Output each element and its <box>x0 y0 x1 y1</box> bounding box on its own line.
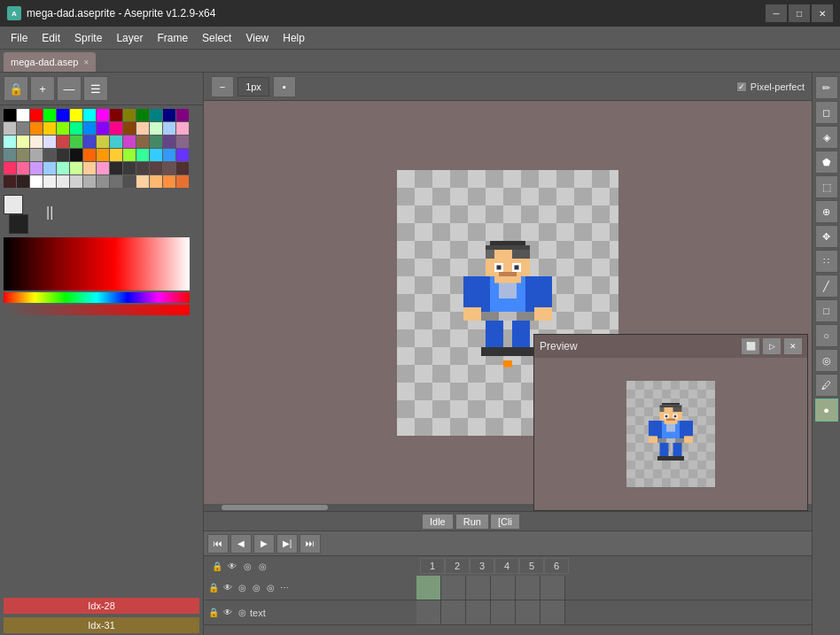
palette-cell-32[interactable] <box>57 136 69 148</box>
palette-cell-82[interactable] <box>163 175 175 188</box>
palette-cell-48[interactable] <box>83 149 96 161</box>
palette-cell-6[interactable] <box>83 109 96 121</box>
layer1-row-dot4[interactable]: ⋯ <box>278 582 291 594</box>
palette-cell-73[interactable] <box>43 175 56 188</box>
palette-cell-26[interactable] <box>163 122 175 135</box>
pixel-perfect-checkbox[interactable]: ✓ <box>736 81 747 92</box>
tab-close-icon[interactable]: × <box>83 58 89 67</box>
menu-edit[interactable]: Edit <box>35 28 67 48</box>
layer1-row-dot1[interactable]: ◎ <box>236 582 248 594</box>
palette-cell-61[interactable] <box>70 162 82 174</box>
tool-circle-button[interactable]: ○ <box>815 324 838 347</box>
palette-cell-10[interactable] <box>136 109 149 121</box>
palette-cell-19[interactable] <box>70 122 82 135</box>
palette-cell-34[interactable] <box>83 136 96 148</box>
palette-cell-67[interactable] <box>150 162 162 174</box>
tool-move-button[interactable]: ✥ <box>815 225 838 248</box>
palette-cell-75[interactable] <box>70 175 82 188</box>
palette-cell-81[interactable] <box>150 175 162 188</box>
frame-prev-button[interactable]: ◀ <box>230 534 252 554</box>
palette-cell-72[interactable] <box>30 175 43 188</box>
palette-cell-28[interactable] <box>4 136 16 148</box>
palette-cell-17[interactable] <box>43 122 56 135</box>
menu-view[interactable]: View <box>238 28 276 48</box>
palette-cell-30[interactable] <box>30 136 43 148</box>
frame-next-button[interactable]: ▶| <box>276 534 298 554</box>
palette-cell-18[interactable] <box>57 122 69 135</box>
frame-cell-2-3[interactable] <box>466 600 491 624</box>
frame-cell-1-3[interactable] <box>466 576 491 600</box>
frame-cell-2-2[interactable] <box>441 600 466 624</box>
tool-pencil-button[interactable]: ✏ <box>815 76 838 99</box>
palette-cell-41[interactable] <box>176 136 189 148</box>
palette-cell-7[interactable] <box>97 109 109 121</box>
palette-cell-21[interactable] <box>97 122 109 135</box>
tool-eyedrop-button[interactable]: ◈ <box>815 126 838 149</box>
palette-cell-64[interactable] <box>110 162 122 174</box>
palette-cell-42[interactable] <box>4 149 16 161</box>
hue-bar[interactable] <box>4 292 190 303</box>
palette-cell-59[interactable] <box>43 162 56 174</box>
palette-cell-24[interactable] <box>136 122 149 135</box>
frame-num-4[interactable]: 4 <box>494 558 519 574</box>
palette-menu-button[interactable]: ☰ <box>83 76 108 101</box>
frame-cell-1-1[interactable] <box>416 576 441 600</box>
tool-rect-button[interactable]: □ <box>815 299 838 322</box>
palette-cell-50[interactable] <box>110 149 122 161</box>
palette-cell-16[interactable] <box>30 122 43 135</box>
palette-cell-11[interactable] <box>150 109 162 121</box>
tool-spray-button[interactable]: ∷ <box>815 250 838 273</box>
palette-cell-52[interactable] <box>136 149 149 161</box>
tool-selection-button[interactable]: ⬚ <box>815 175 838 198</box>
alpha-bar[interactable] <box>4 305 190 315</box>
file-tab[interactable]: mega-dad.asep × <box>4 52 96 72</box>
palette-cell-25[interactable] <box>150 122 162 135</box>
named-color-idx31[interactable]: Idx-31 <box>4 617 199 633</box>
preview-close-button[interactable]: ✕ <box>784 338 802 354</box>
palette-cell-31[interactable] <box>43 136 56 148</box>
tool-blur-button[interactable]: ◎ <box>815 349 838 372</box>
frame-cell-1-5[interactable] <box>516 576 541 600</box>
frame-cell-1-4[interactable] <box>491 576 516 600</box>
palette-cell-27[interactable] <box>176 122 189 135</box>
frame-play-button[interactable]: ▶ <box>253 534 275 554</box>
palette-cell-13[interactable] <box>176 109 189 121</box>
palette-cell-37[interactable] <box>123 136 136 148</box>
tool-fill-button[interactable]: ⬟ <box>815 151 838 174</box>
palette-cell-29[interactable] <box>17 136 29 148</box>
palette-cell-60[interactable] <box>57 162 69 174</box>
layer1-row-lock[interactable]: 🔒 <box>207 582 220 594</box>
palette-cell-65[interactable] <box>123 162 136 174</box>
frame-cell-2-6[interactable] <box>541 600 565 624</box>
frame-num-6[interactable]: 6 <box>544 558 569 574</box>
frame-cell-2-1[interactable] <box>416 600 441 624</box>
palette-cell-66[interactable] <box>136 162 149 174</box>
menu-help[interactable]: Help <box>276 28 312 48</box>
palette-cell-69[interactable] <box>176 162 189 174</box>
tool-dark-button[interactable]: ● <box>815 399 838 422</box>
menu-sprite[interactable]: Sprite <box>67 28 109 48</box>
palette-cell-36[interactable] <box>110 136 122 148</box>
palette-cell-76[interactable] <box>83 175 96 188</box>
palette-cell-49[interactable] <box>97 149 109 161</box>
frame-num-2[interactable]: 2 <box>445 558 470 574</box>
palette-cell-47[interactable] <box>70 149 82 161</box>
palette-cell-57[interactable] <box>17 162 29 174</box>
palette-cell-74[interactable] <box>57 175 69 188</box>
layer1-row-dot3[interactable]: ◎ <box>264 582 276 594</box>
layer2-row-eye[interactable]: 👁 <box>222 607 234 619</box>
minimize-button[interactable]: ─ <box>766 4 787 22</box>
frame-cell-1-6[interactable] <box>541 576 565 600</box>
palette-cell-46[interactable] <box>57 149 69 161</box>
palette-cell-8[interactable] <box>110 109 122 121</box>
tool-contour-button[interactable]: 🖊 <box>815 374 838 397</box>
palette-cell-83[interactable] <box>176 175 189 188</box>
frame-num-5[interactable]: 5 <box>519 558 544 574</box>
maximize-button[interactable]: □ <box>789 4 810 22</box>
palette-cell-23[interactable] <box>123 122 136 135</box>
palette-cell-53[interactable] <box>150 149 162 161</box>
palette-cell-55[interactable] <box>176 149 189 161</box>
lock-palette-button[interactable]: 🔒 <box>4 76 28 101</box>
palette-cell-78[interactable] <box>110 175 122 188</box>
palette-cell-77[interactable] <box>97 175 109 188</box>
